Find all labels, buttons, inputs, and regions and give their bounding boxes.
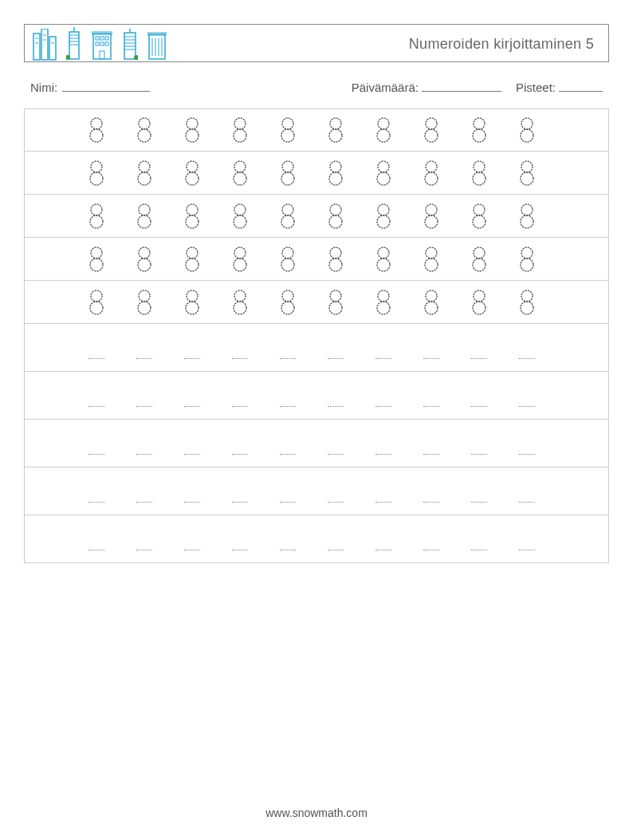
trace-digit-8[interactable] bbox=[375, 289, 391, 316]
trace-digit-8[interactable] bbox=[88, 203, 104, 230]
trace-digit-8[interactable] bbox=[232, 289, 248, 316]
practice-guide-line[interactable] bbox=[136, 546, 152, 555]
practice-guide-line[interactable] bbox=[375, 450, 391, 459]
practice-guide-line[interactable] bbox=[328, 498, 344, 507]
trace-digit-8[interactable] bbox=[136, 246, 152, 273]
trace-digit-8[interactable] bbox=[232, 246, 248, 273]
practice-guide-line[interactable] bbox=[136, 354, 152, 364]
trace-digit-8[interactable] bbox=[423, 116, 439, 144]
practice-guide-line[interactable] bbox=[184, 546, 200, 555]
trace-digit-8[interactable] bbox=[519, 203, 535, 230]
practice-guide-line[interactable] bbox=[471, 450, 487, 459]
practice-guide-line[interactable] bbox=[375, 402, 391, 412]
practice-guide-line[interactable] bbox=[232, 402, 248, 412]
practice-guide-line[interactable] bbox=[423, 450, 439, 459]
practice-guide-line[interactable] bbox=[471, 546, 487, 555]
practice-guide-line[interactable] bbox=[88, 450, 104, 459]
trace-digit-8[interactable] bbox=[423, 246, 439, 273]
practice-guide-line[interactable] bbox=[519, 450, 535, 459]
trace-digit-8[interactable] bbox=[423, 160, 439, 187]
trace-digit-8[interactable] bbox=[519, 116, 535, 144]
practice-guide-line[interactable] bbox=[375, 498, 391, 507]
trace-digit-8[interactable] bbox=[136, 203, 152, 230]
practice-guide-line[interactable] bbox=[184, 450, 200, 459]
practice-guide-line[interactable] bbox=[423, 402, 439, 412]
trace-digit-8[interactable] bbox=[184, 160, 200, 187]
practice-guide-line[interactable] bbox=[184, 354, 200, 364]
trace-digit-8[interactable] bbox=[375, 246, 391, 273]
practice-guide-line[interactable] bbox=[88, 354, 104, 364]
practice-guide-line[interactable] bbox=[136, 498, 152, 507]
practice-guide-line[interactable] bbox=[328, 546, 344, 555]
practice-guide-line[interactable] bbox=[136, 402, 152, 412]
trace-digit-8[interactable] bbox=[136, 160, 152, 187]
trace-digit-8[interactable] bbox=[88, 116, 104, 144]
practice-guide-line[interactable] bbox=[232, 450, 248, 459]
trace-digit-8[interactable] bbox=[184, 203, 200, 230]
trace-digit-8[interactable] bbox=[280, 246, 296, 273]
trace-digit-8[interactable] bbox=[471, 289, 487, 316]
practice-guide-line[interactable] bbox=[328, 450, 344, 459]
trace-digit-8[interactable] bbox=[184, 116, 200, 144]
trace-digit-8[interactable] bbox=[328, 116, 344, 144]
practice-guide-line[interactable] bbox=[375, 546, 391, 555]
practice-guide-line[interactable] bbox=[375, 354, 391, 364]
trace-digit-8[interactable] bbox=[328, 160, 344, 187]
trace-digit-8[interactable] bbox=[136, 289, 152, 316]
practice-guide-line[interactable] bbox=[328, 402, 344, 412]
practice-guide-line[interactable] bbox=[88, 546, 104, 555]
trace-digit-8[interactable] bbox=[423, 289, 439, 316]
trace-digit-8[interactable] bbox=[375, 203, 391, 230]
trace-digit-8[interactable] bbox=[184, 246, 200, 273]
trace-digit-8[interactable] bbox=[375, 116, 391, 144]
trace-digit-8[interactable] bbox=[375, 160, 391, 187]
trace-digit-8[interactable] bbox=[328, 203, 344, 230]
practice-guide-line[interactable] bbox=[280, 450, 296, 459]
trace-digit-8[interactable] bbox=[88, 246, 104, 273]
trace-digit-8[interactable] bbox=[280, 203, 296, 230]
practice-guide-line[interactable] bbox=[471, 402, 487, 412]
trace-digit-8[interactable] bbox=[280, 289, 296, 316]
trace-digit-8[interactable] bbox=[280, 116, 296, 144]
trace-digit-8[interactable] bbox=[232, 160, 248, 187]
name-blank[interactable] bbox=[62, 80, 150, 92]
practice-guide-line[interactable] bbox=[280, 546, 296, 555]
practice-guide-line[interactable] bbox=[519, 546, 535, 555]
practice-guide-line[interactable] bbox=[519, 402, 535, 412]
practice-guide-line[interactable] bbox=[88, 498, 104, 507]
practice-guide-line[interactable] bbox=[232, 354, 248, 364]
practice-guide-line[interactable] bbox=[423, 546, 439, 555]
trace-digit-8[interactable] bbox=[232, 116, 248, 144]
practice-guide-line[interactable] bbox=[519, 354, 535, 364]
trace-digit-8[interactable] bbox=[471, 203, 487, 230]
trace-digit-8[interactable] bbox=[471, 116, 487, 144]
practice-guide-line[interactable] bbox=[519, 498, 535, 507]
practice-guide-line[interactable] bbox=[184, 402, 200, 412]
score-blank[interactable] bbox=[559, 80, 603, 92]
trace-digit-8[interactable] bbox=[519, 160, 535, 187]
practice-guide-line[interactable] bbox=[232, 498, 248, 507]
practice-guide-line[interactable] bbox=[471, 498, 487, 507]
trace-digit-8[interactable] bbox=[471, 246, 487, 273]
practice-guide-line[interactable] bbox=[423, 354, 439, 364]
trace-digit-8[interactable] bbox=[232, 203, 248, 230]
practice-guide-line[interactable] bbox=[280, 354, 296, 364]
date-blank[interactable] bbox=[422, 80, 501, 92]
trace-digit-8[interactable] bbox=[328, 289, 344, 316]
practice-guide-line[interactable] bbox=[423, 498, 439, 507]
practice-guide-line[interactable] bbox=[280, 498, 296, 507]
trace-digit-8[interactable] bbox=[471, 160, 487, 187]
trace-digit-8[interactable] bbox=[328, 246, 344, 273]
trace-digit-8[interactable] bbox=[519, 246, 535, 273]
practice-guide-line[interactable] bbox=[280, 402, 296, 412]
trace-digit-8[interactable] bbox=[136, 116, 152, 144]
trace-digit-8[interactable] bbox=[280, 160, 296, 187]
practice-guide-line[interactable] bbox=[184, 498, 200, 507]
trace-digit-8[interactable] bbox=[88, 289, 104, 316]
trace-digit-8[interactable] bbox=[184, 289, 200, 316]
practice-guide-line[interactable] bbox=[136, 450, 152, 459]
practice-guide-line[interactable] bbox=[471, 354, 487, 364]
trace-digit-8[interactable] bbox=[423, 203, 439, 230]
trace-digit-8[interactable] bbox=[88, 160, 104, 187]
trace-digit-8[interactable] bbox=[519, 289, 535, 316]
